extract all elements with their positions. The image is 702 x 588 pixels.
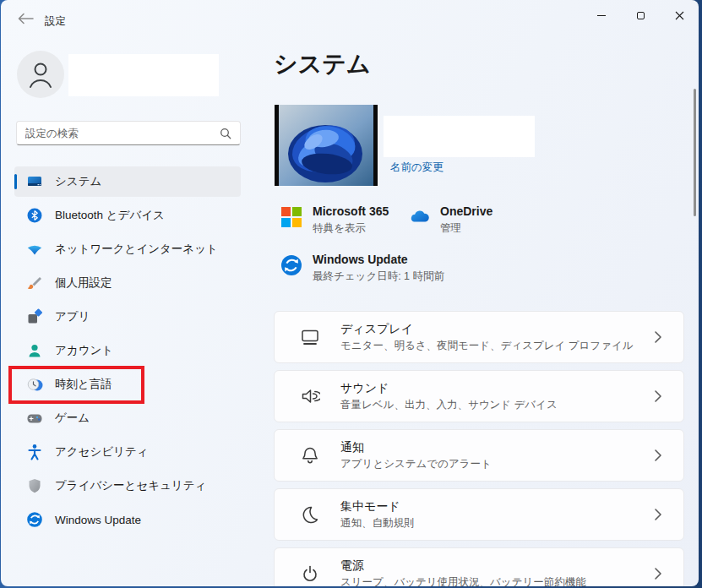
sidebar-item-time-language[interactable]: 時刻と言語 — [14, 369, 241, 400]
sidebar-item-privacy-security[interactable]: プライバシーとセキュリティ — [14, 471, 241, 501]
sidebar-nav: システム Bluetooth とデバイス ネットワークとインターネット — [14, 166, 241, 535]
onedrive-title: OneDrive — [440, 204, 492, 219]
scrollbar-thumb[interactable] — [694, 89, 696, 216]
onedrive-subtitle: 管理 — [440, 221, 492, 236]
microsoft-365-icon — [280, 206, 302, 228]
close-icon — [675, 11, 684, 20]
card-focus-assist[interactable]: 集中モード 通知、自動規則 — [274, 488, 684, 541]
minimize-button[interactable] — [582, 0, 621, 30]
avatar[interactable] — [17, 51, 64, 98]
maximize-button[interactable] — [621, 0, 660, 30]
selected-accent-bar — [14, 174, 17, 189]
search-box[interactable] — [16, 121, 241, 145]
device-name-redacted — [384, 116, 535, 157]
windows-update-icon — [26, 511, 43, 528]
sidebar-item-label: Windows Update — [55, 514, 141, 526]
apps-icon — [26, 308, 43, 325]
sidebar-item-label: システム — [55, 174, 101, 189]
minimize-icon — [597, 15, 606, 16]
microsoft-365-text: Microsoft 365 特典を表示 — [313, 204, 389, 236]
windows-update-text: Windows Update 最終チェック日時: 1 時間前 — [313, 252, 444, 284]
card-subtitle: 音量レベル、出力、入力、サウンド デバイス — [340, 398, 558, 412]
display-icon — [300, 327, 320, 347]
sidebar-item-label: アクセシビリティ — [55, 444, 149, 460]
windows-update-subtitle: 最終チェック日時: 1 時間前 — [313, 270, 444, 284]
sidebar-item-label: アカウント — [55, 343, 113, 358]
sidebar-item-label: アプリ — [55, 309, 90, 324]
app-title: 設定 — [45, 14, 66, 29]
windows-update-title: Windows Update — [313, 252, 444, 267]
settings-cards: ディスプレイ モニター、明るさ、夜間モード、ディスプレイ プロファイル サウンド… — [274, 311, 684, 586]
sidebar-item-label: Bluetooth とデバイス — [55, 208, 165, 223]
card-subtitle: 通知、自動規則 — [340, 516, 415, 531]
titlebar: 設定 — [1, 0, 699, 35]
chevron-right-icon — [651, 387, 665, 406]
card-notifications[interactable]: 通知 アプリとシステムでのアラート — [274, 429, 684, 482]
settings-window: 設定 — [1, 0, 699, 586]
sidebar-item-personalization[interactable]: 個人用設定 — [14, 268, 241, 298]
onedrive-block[interactable]: OneDrive 管理 — [408, 204, 492, 236]
sidebar-item-label: プライバシーとセキュリティ — [55, 478, 206, 493]
system-icon — [26, 173, 43, 190]
microsoft-365-block[interactable]: Microsoft 365 特典を表示 — [280, 204, 389, 236]
back-button[interactable] — [14, 10, 36, 27]
power-icon — [300, 564, 320, 584]
microsoft-365-title: Microsoft 365 — [313, 204, 389, 219]
card-subtitle: アプリとシステムでのアラート — [340, 457, 492, 471]
card-title: 集中モード — [340, 499, 415, 514]
card-title: サウンド — [340, 381, 558, 396]
accessibility-icon — [26, 444, 43, 460]
window-controls — [582, 0, 699, 35]
sidebar-item-label: ゲーム — [55, 411, 90, 426]
bluetooth-icon — [26, 207, 43, 224]
windows-update-status-icon — [280, 254, 302, 276]
wifi-icon — [26, 241, 43, 258]
gamepad-icon — [26, 410, 43, 427]
card-display[interactable]: ディスプレイ モニター、明るさ、夜間モード、ディスプレイ プロファイル — [274, 311, 684, 363]
sidebar-item-accounts[interactable]: アカウント — [14, 335, 241, 366]
time-language-icon — [26, 376, 43, 393]
maximize-icon — [637, 12, 645, 19]
account-icon — [26, 342, 43, 359]
onedrive-icon — [408, 206, 430, 228]
card-title: 通知 — [340, 440, 492, 455]
shield-icon — [26, 477, 43, 494]
sidebar-item-gaming[interactable]: ゲーム — [14, 403, 241, 433]
user-icon — [23, 57, 58, 92]
card-subtitle: スリープ、バッテリ使用状況、バッテリー節約機能 — [340, 575, 586, 587]
chevron-right-icon — [651, 564, 665, 583]
search-input[interactable] — [25, 128, 220, 139]
card-subtitle: モニター、明るさ、夜間モード、ディスプレイ プロファイル — [340, 339, 634, 353]
sidebar-item-network-internet[interactable]: ネットワークとインターネット — [14, 234, 241, 264]
card-text: ディスプレイ モニター、明るさ、夜間モード、ディスプレイ プロファイル — [340, 322, 634, 353]
sidebar-item-accessibility[interactable]: アクセシビリティ — [14, 437, 241, 467]
rename-device-link[interactable]: 名前の変更 — [390, 161, 444, 175]
card-text: 集中モード 通知、自動規則 — [340, 499, 415, 531]
microsoft-365-subtitle: 特典を表示 — [313, 221, 389, 236]
card-power[interactable]: 電源 スリープ、バッテリ使用状況、バッテリー節約機能 — [274, 547, 684, 586]
chevron-right-icon — [651, 505, 665, 524]
chevron-right-icon — [651, 328, 665, 346]
user-name-redacted — [68, 54, 219, 96]
sidebar-item-apps[interactable]: アプリ — [14, 302, 241, 332]
sidebar-item-system[interactable]: システム — [14, 166, 241, 197]
card-text: サウンド 音量レベル、出力、入力、サウンド デバイス — [340, 381, 558, 412]
paintbrush-icon — [26, 275, 43, 291]
sidebar-item-windows-update[interactable]: Windows Update — [14, 504, 241, 535]
back-arrow-icon — [14, 10, 36, 27]
card-title: ディスプレイ — [340, 322, 634, 337]
card-text: 通知 アプリとシステムでのアラート — [340, 440, 492, 471]
card-text: 電源 スリープ、バッテリ使用状況、バッテリー節約機能 — [340, 558, 586, 587]
sidebar-item-label: 時刻と言語 — [55, 377, 112, 392]
sidebar-item-label: ネットワークとインターネット — [55, 242, 218, 257]
close-button[interactable] — [660, 0, 699, 30]
sound-icon — [300, 386, 320, 406]
page-title: システム — [274, 48, 371, 80]
sidebar-item-bluetooth-devices[interactable]: Bluetooth とデバイス — [14, 200, 241, 231]
card-title: 電源 — [340, 558, 586, 574]
moon-icon — [300, 504, 320, 525]
card-sound[interactable]: サウンド 音量レベル、出力、入力、サウンド デバイス — [274, 370, 684, 422]
chevron-right-icon — [651, 446, 665, 465]
bell-icon — [300, 445, 320, 466]
windows-update-block[interactable]: Windows Update 最終チェック日時: 1 時間前 — [280, 252, 444, 284]
